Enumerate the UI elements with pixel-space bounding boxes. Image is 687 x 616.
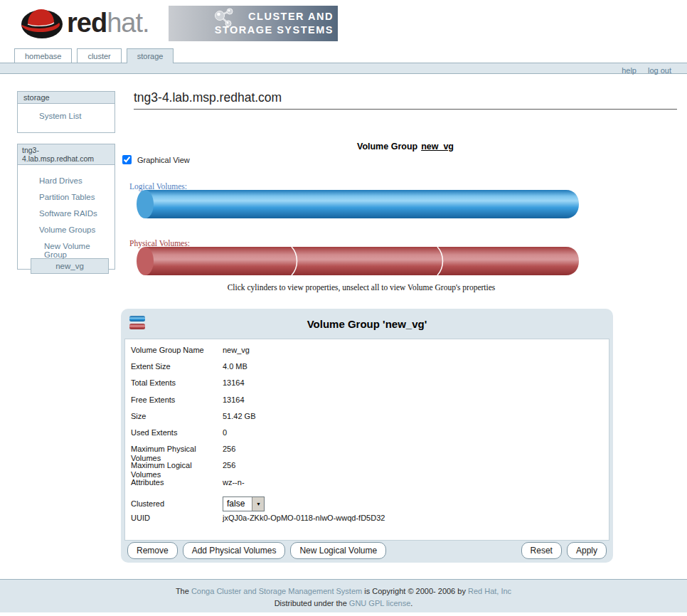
cylinder-caption: Click cylinders to view properties, unse…: [135, 283, 587, 292]
panel-title: Volume Group 'new_vg': [121, 309, 613, 330]
heading-prefix: Volume Group: [357, 142, 417, 152]
property-label: Free Extents: [131, 395, 223, 412]
property-label: Attributes: [131, 478, 223, 494]
property-value: 0: [223, 428, 227, 445]
sidebar-storage-title: storage: [18, 92, 114, 104]
clustered-select[interactable]: false ▼: [223, 496, 265, 511]
cluster-storage-banner: CLUSTER AND STORAGE SYSTEMS: [169, 6, 338, 41]
volume-group-icon: [129, 316, 147, 331]
property-row: UUIDjxQJ0a-ZKk0-OpMO-0118-nlwO-wwqd-fD5D…: [125, 514, 609, 530]
apply-button[interactable]: Apply: [567, 542, 607, 559]
property-value: wz--n-: [223, 478, 245, 494]
property-value: 13164: [223, 378, 245, 395]
heading-vg-name: new_vg: [421, 142, 454, 152]
property-label: Volume Group Name: [131, 346, 223, 362]
page-title: tng3-4.lab.msp.redhat.com: [134, 90, 677, 110]
footer-line2: Distributed under the GNU GPL license.: [0, 599, 687, 607]
property-row: Size51.42 GB: [125, 412, 609, 428]
sidebar-system-title: tng3-4.lab.msp.redhat.com: [18, 144, 114, 165]
remove-button[interactable]: Remove: [127, 542, 178, 559]
property-row: Volume Group Namenew_vg: [125, 346, 609, 362]
property-row-clustered: Clustered false ▼: [125, 494, 609, 514]
add-physical-volumes-button[interactable]: Add Physical Volumes: [183, 542, 286, 559]
page-footer: The Conga Cluster and Storage Management…: [0, 579, 687, 612]
property-row: Extent Size4.0 MB: [125, 362, 609, 378]
new-logical-volume-button[interactable]: New Logical Volume: [290, 542, 386, 559]
volume-group-heading: Volume Groupnew_vg: [134, 142, 677, 152]
conga-link[interactable]: Conga Cluster and Storage Management Sys…: [191, 587, 362, 595]
mini-logical-cylinder-icon: [129, 316, 145, 322]
panel-header: Volume Group 'new_vg': [121, 309, 613, 339]
property-value: new_vg: [223, 346, 250, 362]
graphical-view-label: Graphical View: [137, 156, 190, 164]
redhat-hat-icon: [18, 6, 64, 40]
footer-text: is Copyright © 2000- 2006 by: [362, 587, 468, 595]
sidebar-system-box: tng3-4.lab.msp.redhat.com Hard Drives Pa…: [17, 144, 115, 270]
logical-volume-cylinder[interactable]: [135, 187, 585, 221]
sidebar-system-list: Hard Drives Partition Tables Software RA…: [18, 165, 114, 274]
sidebar-item-software-raids[interactable]: Software RAIDs: [39, 209, 114, 218]
property-label: Extent Size: [131, 362, 223, 378]
property-value: 13164: [223, 395, 245, 412]
redhat-link[interactable]: Red Hat, Inc: [468, 587, 511, 595]
sidebar-item-volume-groups[interactable]: Volume Groups: [39, 225, 114, 234]
page: redhat. CLUSTER AND STORAGE SYSTEMS home…: [0, 0, 687, 616]
physical-volumes-label: Physical Volumes:: [129, 239, 190, 248]
property-label: Size: [131, 412, 223, 428]
panel-body: Volume Group Namenew_vg Extent Size4.0 M…: [124, 339, 609, 541]
physical-volume-cylinder[interactable]: [135, 244, 585, 278]
property-value: 4.0 MB: [223, 362, 247, 378]
utility-bar: helplog out: [0, 63, 687, 74]
graphical-view-row: Graphical View: [122, 155, 190, 164]
logout-link[interactable]: log out: [648, 65, 671, 75]
property-value: 51.42 GB: [223, 412, 255, 428]
property-label: Used Extents: [131, 428, 223, 445]
property-row: Total Extents13164: [125, 378, 609, 395]
property-row: Attributeswz--n-: [125, 478, 609, 494]
property-label: Clustered: [131, 499, 223, 508]
property-row: Free Extents13164: [125, 395, 609, 412]
footer-line1: The Conga Cluster and Storage Management…: [0, 587, 687, 595]
sidebar-item-new-volume-group[interactable]: New Volume Group: [44, 242, 114, 250]
sidebar-item-system-list[interactable]: System List: [39, 112, 114, 120]
property-label: Total Extents: [131, 378, 223, 395]
property-value: 256: [223, 461, 235, 477]
tab-cluster[interactable]: cluster: [77, 48, 121, 63]
property-row: Used Extents0: [125, 428, 609, 445]
sidebar-item-hard-drives[interactable]: Hard Drives: [39, 176, 114, 185]
volume-group-panel: Volume Group 'new_vg' Volume Group Namen…: [121, 309, 613, 563]
sidebar-item-new-vg-selected[interactable]: new_vg: [31, 258, 109, 274]
logical-volumes-label: Logical Volumes:: [129, 182, 187, 191]
footer-text: Distributed under the: [275, 599, 349, 607]
tab-bar: homebase cluster storage: [0, 48, 687, 63]
redhat-wordmark: redhat.: [67, 9, 149, 36]
tab-homebase[interactable]: homebase: [14, 48, 72, 63]
panel-footer: Remove Add Physical Volumes New Logical …: [121, 538, 613, 563]
banner-line1: CLUSTER AND: [215, 10, 334, 23]
help-link[interactable]: help: [622, 65, 637, 75]
sidebar-item-partition-tables[interactable]: Partition Tables: [39, 193, 114, 201]
mini-physical-cylinder-icon: [129, 324, 145, 329]
sidebar-storage-box: storage System List: [17, 91, 115, 133]
property-row: Maximum Logical Volumes256: [125, 461, 609, 477]
footer-text: The: [176, 587, 191, 595]
clustered-select-value: false: [223, 497, 252, 511]
property-label: Maximum Physical Volumes: [131, 445, 223, 461]
graphical-view-checkbox[interactable]: [122, 155, 132, 164]
property-value: 256: [223, 445, 235, 461]
banner-line2: STORAGE SYSTEMS: [215, 23, 334, 37]
redhat-logo: redhat.: [18, 6, 149, 40]
gnu-gpl-link[interactable]: GNU GPL license: [349, 599, 410, 607]
property-value: jxQJ0a-ZKk0-OpMO-0118-nlwO-wwqd-fD5D32: [223, 514, 385, 530]
dropdown-arrow-icon[interactable]: ▼: [252, 497, 264, 511]
tab-storage[interactable]: storage: [127, 48, 174, 63]
footer-text: .: [410, 599, 412, 607]
property-label: UUID: [131, 514, 223, 530]
banner-text: CLUSTER AND STORAGE SYSTEMS: [215, 10, 334, 37]
property-row: Maximum Physical Volumes256: [125, 445, 609, 461]
property-label: Maximum Logical Volumes: [131, 461, 223, 477]
reset-button[interactable]: Reset: [521, 542, 562, 559]
